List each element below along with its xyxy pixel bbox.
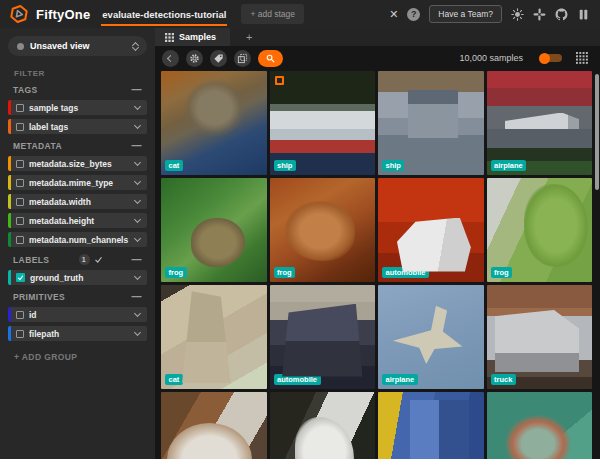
collapse-icon[interactable]: — [132, 293, 142, 301]
grid-zoom-slider[interactable] [540, 54, 562, 62]
new-tab-button[interactable]: + [230, 28, 268, 46]
chevron-down-icon[interactable] [134, 159, 141, 166]
sidebar-field-height[interactable]: metadata.height [8, 213, 147, 228]
sample-tile[interactable]: airplane [487, 71, 593, 175]
sample-tile[interactable]: frog [487, 178, 593, 282]
checkbox[interactable] [16, 160, 24, 168]
settings-button[interactable] [186, 50, 203, 67]
checkbox[interactable] [16, 104, 24, 112]
add-stage-button[interactable]: + add stage [241, 4, 304, 24]
sample-label-badge: frog [491, 267, 513, 279]
sidebar-field-ground-truth[interactable]: ground_truth [8, 270, 147, 285]
docs-icon[interactable] [577, 8, 590, 21]
slack-icon[interactable] [533, 8, 546, 21]
field-label: metadata.num_channels [29, 235, 130, 245]
sample-tile[interactable]: frog [161, 178, 267, 282]
sample-tile[interactable]: cat [161, 71, 267, 175]
sample-label-badge: cat [165, 160, 183, 172]
sample-tile[interactable] [378, 392, 484, 459]
github-icon[interactable] [555, 8, 568, 21]
field-label: label tags [29, 122, 130, 132]
sidebar-field-width[interactable]: metadata.width [8, 194, 147, 209]
sample-grid: cat ship ship airplane frog frog automob… [155, 70, 600, 459]
sample-tile[interactable] [487, 392, 593, 459]
scrollbar[interactable] [595, 74, 599, 190]
chevron-down-icon[interactable] [134, 235, 141, 242]
sample-tile[interactable]: automobile [378, 178, 484, 282]
chevron-down-icon[interactable] [134, 197, 141, 204]
sidebar-field-num-channels[interactable]: metadata.num_channels [8, 232, 147, 247]
search-button[interactable] [258, 50, 283, 67]
sidebar-field-mime-type[interactable]: metadata.mime_type [8, 175, 147, 190]
sample-label-badge: truck [491, 374, 516, 386]
patches-icon [237, 53, 248, 64]
check-icon [94, 255, 103, 264]
sample-label-badge: ship [382, 160, 404, 172]
sample-tile[interactable]: ship [378, 71, 484, 175]
sidebar-field-filepath[interactable]: filepath [8, 326, 147, 341]
sample-tile[interactable]: ship [270, 71, 376, 175]
sidebar-field-label-tags[interactable]: label tags [8, 119, 147, 134]
slider-knob[interactable] [539, 53, 550, 64]
chevron-down-icon[interactable] [134, 216, 141, 223]
chevron-down-icon[interactable] [134, 122, 141, 129]
sample-tile[interactable]: cat [161, 285, 267, 389]
help-icon[interactable]: ? [407, 8, 420, 21]
back-button[interactable] [162, 50, 179, 67]
grid-size-icon[interactable] [576, 52, 588, 64]
close-icon[interactable]: ✕ [389, 8, 398, 21]
sample-tile[interactable] [161, 392, 267, 459]
selected-count-badge: 1 [79, 254, 90, 265]
checkbox[interactable] [16, 179, 24, 187]
chevron-down-icon[interactable] [134, 329, 141, 336]
filter-heading: FILTER [14, 69, 141, 78]
sample-label-badge: automobile [274, 374, 321, 386]
sample-tile[interactable]: automobile [270, 285, 376, 389]
chevron-left-icon [167, 54, 174, 61]
section-title: PRIMITIVES [13, 292, 65, 302]
section-header-tags[interactable]: TAGS — [13, 85, 142, 95]
checkbox[interactable] [16, 236, 24, 244]
section-header-primitives[interactable]: PRIMITIVES — [13, 292, 142, 302]
checkbox[interactable] [16, 311, 24, 319]
add-group-button[interactable]: + ADD GROUP [14, 352, 141, 362]
chevron-down-icon[interactable] [134, 103, 141, 110]
sample-tile[interactable] [270, 392, 376, 459]
view-selector[interactable]: Unsaved view [8, 36, 147, 56]
sample-label-badge: ship [274, 160, 296, 172]
patches-button[interactable] [234, 50, 251, 67]
checkbox[interactable] [16, 198, 24, 206]
sample-tile[interactable]: truck [487, 285, 593, 389]
section-title: LABELS [13, 255, 49, 265]
sample-checkbox[interactable] [275, 76, 284, 85]
light-mode-icon[interactable] [511, 8, 524, 21]
section-header-labels[interactable]: LABELS 1 — [13, 254, 142, 265]
tab-samples-label: Samples [179, 32, 216, 42]
dataset-name[interactable]: evaluate-detections-tutorial [101, 2, 227, 26]
chevron-down-icon[interactable] [134, 178, 141, 185]
sample-tile[interactable]: frog [270, 178, 376, 282]
field-label: metadata.mime_type [29, 178, 130, 188]
sidebar-field-size-bytes[interactable]: metadata.size_bytes [8, 156, 147, 171]
sample-label-badge: frog [274, 267, 296, 279]
have-team-button[interactable]: Have a Team? [429, 5, 502, 23]
grid-toolbar: 10,000 samples [155, 46, 600, 70]
sample-tile[interactable]: airplane [378, 285, 484, 389]
sample-label-badge: cat [165, 374, 183, 386]
checkbox[interactable] [16, 217, 24, 225]
tab-samples[interactable]: Samples [155, 28, 230, 46]
sidebar-field-id[interactable]: id [8, 307, 147, 322]
checkbox[interactable] [16, 330, 24, 338]
chevron-down-icon[interactable] [134, 310, 141, 317]
view-dot-icon [17, 43, 24, 50]
checkbox[interactable] [16, 123, 24, 131]
brand-title: FiftyOne [36, 7, 90, 22]
chevron-down-icon[interactable] [134, 273, 141, 280]
collapse-icon[interactable]: — [132, 256, 142, 264]
sidebar-field-sample-tags[interactable]: sample tags [8, 100, 147, 115]
checkbox-checked[interactable] [16, 273, 25, 282]
section-header-metadata[interactable]: METADATA — [13, 141, 142, 151]
collapse-icon[interactable]: — [132, 86, 142, 94]
tag-button[interactable] [210, 50, 227, 67]
collapse-icon[interactable]: — [132, 142, 142, 150]
